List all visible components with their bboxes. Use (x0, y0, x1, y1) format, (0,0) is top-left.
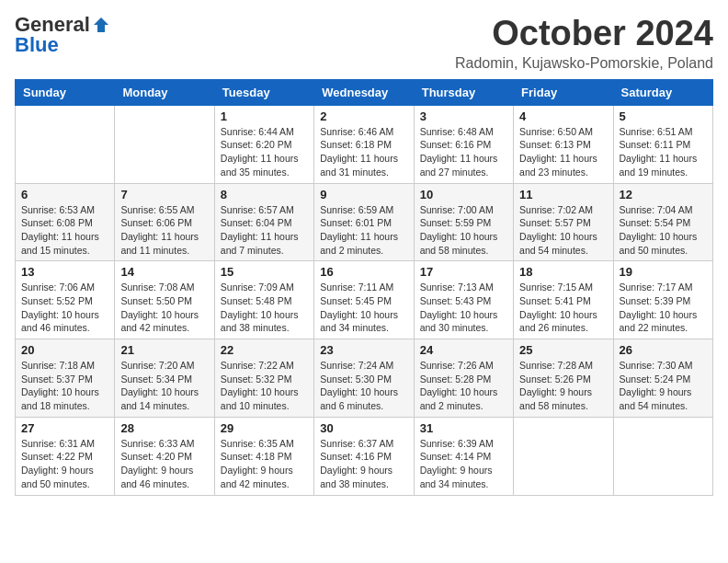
calendar-cell: 26Sunrise: 7:30 AM Sunset: 5:24 PM Dayli… (613, 339, 712, 418)
day-number: 15 (221, 265, 308, 279)
calendar-cell (613, 417, 712, 495)
calendar-cell: 23Sunrise: 7:24 AM Sunset: 5:30 PM Dayli… (314, 339, 414, 418)
day-number: 20 (21, 343, 108, 357)
day-number: 1 (221, 109, 308, 123)
calendar-cell: 7Sunrise: 6:55 AM Sunset: 6:06 PM Daylig… (115, 183, 214, 261)
day-detail: Sunrise: 6:31 AM Sunset: 4:22 PM Dayligh… (21, 437, 108, 491)
weekday-header-sunday: Sunday (16, 79, 115, 105)
day-number: 9 (320, 188, 407, 201)
day-number: 31 (420, 421, 507, 435)
day-detail: Sunrise: 7:04 AM Sunset: 5:54 PM Dayligh… (620, 203, 707, 258)
calendar-cell: 31Sunrise: 6:39 AM Sunset: 4:14 PM Dayli… (414, 417, 513, 495)
calendar-cell: 15Sunrise: 7:09 AM Sunset: 5:48 PM Dayli… (214, 261, 313, 339)
day-detail: Sunrise: 6:50 AM Sunset: 6:13 PM Dayligh… (519, 125, 607, 179)
day-detail: Sunrise: 7:09 AM Sunset: 5:48 PM Dayligh… (221, 281, 308, 335)
day-detail: Sunrise: 7:18 AM Sunset: 5:37 PM Dayligh… (21, 359, 108, 413)
weekday-header-wednesday: Wednesday (314, 79, 414, 105)
calendar-cell: 5Sunrise: 6:51 AM Sunset: 6:11 PM Daylig… (613, 105, 712, 183)
day-number: 4 (519, 109, 607, 123)
weekday-header-tuesday: Tuesday (214, 79, 313, 105)
calendar-cell: 6Sunrise: 6:53 AM Sunset: 6:08 PM Daylig… (16, 183, 115, 261)
day-number: 24 (420, 343, 507, 357)
calendar-cell: 2Sunrise: 6:46 AM Sunset: 6:18 PM Daylig… (314, 105, 414, 183)
day-number: 10 (420, 188, 507, 201)
day-detail: Sunrise: 7:24 AM Sunset: 5:30 PM Dayligh… (320, 359, 407, 413)
calendar-cell: 4Sunrise: 6:50 AM Sunset: 6:13 PM Daylig… (514, 105, 613, 183)
day-detail: Sunrise: 6:53 AM Sunset: 6:08 PM Dayligh… (21, 203, 108, 258)
calendar-cell (115, 105, 214, 183)
logo-icon (92, 16, 110, 34)
calendar-cell: 12Sunrise: 7:04 AM Sunset: 5:54 PM Dayli… (613, 183, 712, 261)
calendar-cell: 16Sunrise: 7:11 AM Sunset: 5:45 PM Dayli… (314, 261, 414, 339)
day-detail: Sunrise: 6:48 AM Sunset: 6:16 PM Dayligh… (420, 125, 507, 179)
calendar-cell: 28Sunrise: 6:33 AM Sunset: 4:20 PM Dayli… (115, 417, 214, 495)
calendar-cell: 1Sunrise: 6:44 AM Sunset: 6:20 PM Daylig… (214, 105, 313, 183)
calendar-cell: 29Sunrise: 6:35 AM Sunset: 4:18 PM Dayli… (214, 417, 313, 495)
calendar-cell: 14Sunrise: 7:08 AM Sunset: 5:50 PM Dayli… (115, 261, 214, 339)
calendar-cell: 18Sunrise: 7:15 AM Sunset: 5:41 PM Dayli… (514, 261, 613, 339)
day-number: 6 (21, 188, 108, 201)
calendar-cell: 9Sunrise: 6:59 AM Sunset: 6:01 PM Daylig… (314, 183, 414, 261)
day-number: 16 (320, 265, 407, 279)
day-detail: Sunrise: 7:11 AM Sunset: 5:45 PM Dayligh… (320, 281, 407, 335)
weekday-header-friday: Friday (514, 79, 613, 105)
day-number: 13 (21, 265, 108, 279)
day-number: 27 (21, 421, 108, 435)
calendar-cell: 11Sunrise: 7:02 AM Sunset: 5:57 PM Dayli… (514, 183, 613, 261)
logo-general-text: General (15, 15, 90, 35)
calendar-cell (16, 105, 115, 183)
day-detail: Sunrise: 6:39 AM Sunset: 4:14 PM Dayligh… (420, 437, 507, 491)
calendar-cell: 13Sunrise: 7:06 AM Sunset: 5:52 PM Dayli… (16, 261, 115, 339)
day-number: 21 (120, 343, 208, 357)
day-detail: Sunrise: 7:17 AM Sunset: 5:39 PM Dayligh… (620, 281, 707, 335)
day-number: 12 (620, 188, 707, 201)
day-number: 2 (320, 109, 407, 123)
day-detail: Sunrise: 7:06 AM Sunset: 5:52 PM Dayligh… (21, 281, 108, 335)
day-detail: Sunrise: 7:15 AM Sunset: 5:41 PM Dayligh… (519, 281, 607, 335)
day-detail: Sunrise: 7:26 AM Sunset: 5:28 PM Dayligh… (420, 359, 507, 413)
day-detail: Sunrise: 7:08 AM Sunset: 5:50 PM Dayligh… (120, 281, 208, 335)
day-number: 17 (420, 265, 507, 279)
title-area: October 2024 Radomin, Kujawsko-Pomorskie… (455, 15, 713, 72)
week-row-3: 13Sunrise: 7:06 AM Sunset: 5:52 PM Dayli… (16, 261, 713, 339)
day-number: 28 (120, 421, 208, 435)
logo: General Blue (15, 15, 110, 55)
day-number: 22 (221, 343, 308, 357)
week-row-5: 27Sunrise: 6:31 AM Sunset: 4:22 PM Dayli… (16, 417, 713, 495)
day-number: 23 (320, 343, 407, 357)
day-number: 26 (620, 343, 707, 357)
day-detail: Sunrise: 6:37 AM Sunset: 4:16 PM Dayligh… (320, 437, 407, 491)
calendar-cell: 25Sunrise: 7:28 AM Sunset: 5:26 PM Dayli… (514, 339, 613, 418)
calendar-cell: 22Sunrise: 7:22 AM Sunset: 5:32 PM Dayli… (214, 339, 313, 418)
day-detail: Sunrise: 7:30 AM Sunset: 5:24 PM Dayligh… (620, 359, 707, 413)
day-detail: Sunrise: 6:44 AM Sunset: 6:20 PM Dayligh… (221, 125, 308, 179)
day-detail: Sunrise: 7:02 AM Sunset: 5:57 PM Dayligh… (519, 203, 607, 258)
day-number: 3 (420, 109, 507, 123)
calendar-cell: 27Sunrise: 6:31 AM Sunset: 4:22 PM Dayli… (16, 417, 115, 495)
day-number: 29 (221, 421, 308, 435)
day-number: 14 (120, 265, 208, 279)
calendar-table: SundayMondayTuesdayWednesdayThursdayFrid… (15, 79, 713, 496)
calendar-cell: 3Sunrise: 6:48 AM Sunset: 6:16 PM Daylig… (414, 105, 513, 183)
week-row-4: 20Sunrise: 7:18 AM Sunset: 5:37 PM Dayli… (16, 339, 713, 418)
day-detail: Sunrise: 6:59 AM Sunset: 6:01 PM Dayligh… (320, 203, 407, 258)
day-detail: Sunrise: 7:13 AM Sunset: 5:43 PM Dayligh… (420, 281, 507, 335)
day-detail: Sunrise: 6:51 AM Sunset: 6:11 PM Dayligh… (620, 125, 707, 179)
day-detail: Sunrise: 7:28 AM Sunset: 5:26 PM Dayligh… (519, 359, 607, 413)
day-number: 19 (620, 265, 707, 279)
header: General Blue October 2024 Radomin, Kujaw… (15, 15, 713, 72)
calendar-cell: 24Sunrise: 7:26 AM Sunset: 5:28 PM Dayli… (414, 339, 513, 418)
day-number: 5 (620, 109, 707, 123)
location-title: Radomin, Kujawsko-Pomorskie, Poland (455, 55, 713, 72)
day-detail: Sunrise: 7:00 AM Sunset: 5:59 PM Dayligh… (420, 203, 507, 258)
day-number: 25 (519, 343, 607, 357)
weekday-header-thursday: Thursday (414, 79, 513, 105)
svg-marker-0 (94, 17, 108, 32)
day-number: 30 (320, 421, 407, 435)
calendar-cell: 17Sunrise: 7:13 AM Sunset: 5:43 PM Dayli… (414, 261, 513, 339)
day-number: 18 (519, 265, 607, 279)
calendar-cell: 20Sunrise: 7:18 AM Sunset: 5:37 PM Dayli… (16, 339, 115, 418)
calendar-cell: 10Sunrise: 7:00 AM Sunset: 5:59 PM Dayli… (414, 183, 513, 261)
calendar-cell (514, 417, 613, 495)
day-number: 11 (519, 188, 607, 201)
